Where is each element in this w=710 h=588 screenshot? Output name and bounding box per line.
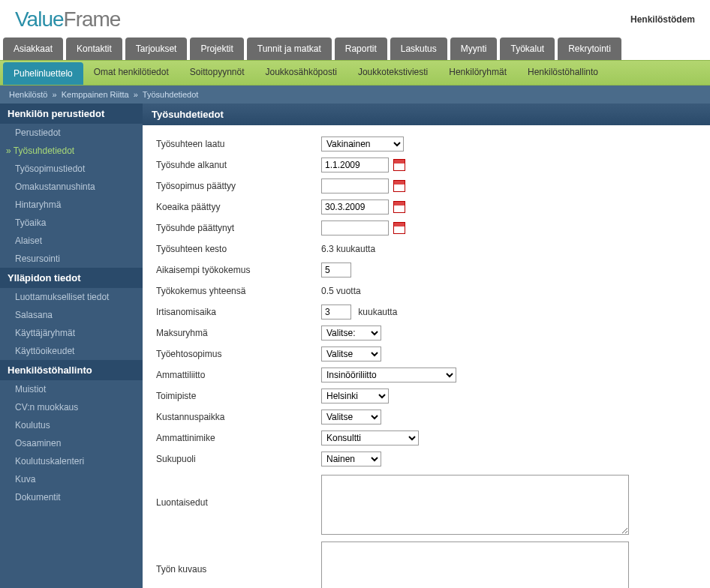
- sidebar-item-perustiedot[interactable]: Perustiedot: [0, 124, 143, 142]
- subnav-puhelinluettelo[interactable]: Puhelinluettelo: [3, 62, 83, 85]
- sidebar-item-tyosuhdetiedot[interactable]: Työsuhdetiedot: [0, 142, 143, 160]
- label-ammattiliitto: Ammattiliitto: [156, 370, 321, 380]
- label-tyoehtosopimus: Työehtosopimus: [156, 349, 321, 359]
- input-koeaika-paattyy[interactable]: [321, 200, 389, 214]
- textarea-luontaisedut[interactable]: [321, 475, 629, 535]
- label-tyosuhde-paattynyt: Työsuhde päättynyt: [156, 223, 321, 233]
- sidebar-section-yllapidon: Ylläpidon tiedot: [0, 268, 143, 288]
- sidebar-item-kuva[interactable]: Kuva: [0, 470, 143, 488]
- label-tyokokemus-yhteensa: Työkokemus yhteensä: [156, 286, 321, 296]
- sidebar-section-henkilosto: Henkilöstöhallinto: [0, 360, 143, 380]
- sidebar-item-resursointi[interactable]: Resursointi: [0, 250, 143, 268]
- select-toimipiste[interactable]: Helsinki: [321, 388, 389, 404]
- subnav-soittopyynnot[interactable]: Soittopyynnöt: [179, 61, 255, 85]
- subnav-joukkotekstiviesti[interactable]: Joukkotekstiviesti: [347, 61, 438, 85]
- label-tyosuhde-alkanut: Työsuhde alkanut: [156, 160, 321, 170]
- label-toimipiste: Toimipiste: [156, 391, 321, 401]
- header-right-text: Henkilöstödem: [630, 14, 695, 25]
- label-maksuryhma: Maksuryhmä: [156, 328, 321, 338]
- label-tyon-kuvaus: Työn kuvaus: [156, 542, 321, 574]
- subnav-henkiloryhmat[interactable]: Henkilöryhmät: [438, 61, 517, 85]
- calendar-icon[interactable]: [393, 159, 405, 171]
- sub-nav: Puhelinluettelo Omat henkilötiedot Soitt…: [0, 60, 710, 86]
- textarea-tyon-kuvaus[interactable]: [321, 542, 629, 588]
- sidebar-item-cvn-muokkaus[interactable]: CV:n muokkaus: [0, 398, 143, 416]
- nav-tunnit-ja-matkat[interactable]: Tunnit ja matkat: [247, 38, 332, 60]
- sidebar-item-muistiot[interactable]: Muistiot: [0, 380, 143, 398]
- label-sukupuoli: Sukupuoli: [156, 454, 321, 464]
- main-panel: Työsuhdetiedot Työsuhteen laatu Vakinain…: [143, 104, 710, 588]
- value-tyosuhteen-kesto: 6.3 kuukautta: [321, 244, 375, 254]
- sidebar-section-perustiedot: Henkilön perustiedot: [0, 104, 143, 124]
- sidebar-item-koulutuskalenteri[interactable]: Koulutuskalenteri: [0, 452, 143, 470]
- sidebar: Henkilön perustiedot Perustiedot Työsuhd…: [0, 104, 143, 588]
- select-ammattinimike[interactable]: Konsultti: [321, 430, 419, 446]
- subnav-omat-henkilotiedot[interactable]: Omat henkilötiedot: [83, 61, 179, 85]
- sidebar-item-alaiset[interactable]: Alaiset: [0, 232, 143, 250]
- select-maksuryhma[interactable]: Valitse:: [321, 326, 381, 340]
- breadcrumb-b[interactable]: Kemppainen Riitta: [62, 90, 129, 99]
- select-ammattiliitto[interactable]: Insinööriliitto: [321, 368, 456, 382]
- subnav-joukkosahkoposti[interactable]: Joukkosähköposti: [255, 61, 347, 85]
- breadcrumb-a[interactable]: Henkilöstö: [9, 90, 47, 99]
- logo: ValueFrame: [15, 8, 120, 32]
- sidebar-item-osaaminen[interactable]: Osaaminen: [0, 434, 143, 452]
- nav-myynti[interactable]: Myynti: [450, 38, 498, 60]
- label-tyosopimus-paattyy: Työsopimus päättyy: [156, 181, 321, 191]
- nav-kontaktit[interactable]: Kontaktit: [66, 38, 122, 60]
- input-aikaisempi-tyokokemus[interactable]: [321, 262, 351, 278]
- nav-tarjoukset[interactable]: Tarjoukset: [125, 38, 188, 60]
- label-irtisanomisaika: Irtisanomisaika: [156, 307, 321, 317]
- sidebar-item-kayttajaryhmat[interactable]: Käyttäjäryhmät: [0, 324, 143, 342]
- select-kustannuspaikka[interactable]: Valitse: [321, 410, 381, 424]
- nav-raportit[interactable]: Raportit: [335, 38, 387, 60]
- select-sukupuoli[interactable]: Nainen: [321, 452, 381, 466]
- sidebar-item-dokumentit[interactable]: Dokumentit: [0, 488, 143, 506]
- input-tyosuhde-paattynyt[interactable]: [321, 220, 389, 236]
- nav-laskutus[interactable]: Laskutus: [390, 38, 447, 60]
- select-tyoehtosopimus[interactable]: Valitse: [321, 346, 381, 362]
- sidebar-item-omakustannushinta[interactable]: Omakustannushinta: [0, 178, 143, 196]
- panel-title: Työsuhdetiedot: [143, 104, 710, 125]
- input-tyosuhde-alkanut[interactable]: [321, 158, 389, 172]
- sidebar-item-tyosopimustiedot[interactable]: Työsopimustiedot: [0, 160, 143, 178]
- header: ValueFrame Henkilöstödem: [0, 0, 710, 38]
- nav-asiakkaat[interactable]: Asiakkaat: [3, 38, 63, 60]
- sidebar-item-kayttooikeudet[interactable]: Käyttöoikeudet: [0, 342, 143, 360]
- suffix-kuukautta: kuukautta: [358, 307, 397, 317]
- sidebar-item-hintaryhma[interactable]: Hintaryhmä: [0, 196, 143, 214]
- calendar-icon[interactable]: [393, 180, 405, 192]
- calendar-icon[interactable]: [393, 201, 405, 213]
- input-irtisanomisaika[interactable]: [321, 304, 351, 320]
- value-tyokokemus-yhteensa: 0.5 vuotta: [321, 286, 361, 296]
- sidebar-item-koulutus[interactable]: Koulutus: [0, 416, 143, 434]
- subnav-henkilostohallinto[interactable]: Henkilöstöhallinto: [517, 61, 609, 85]
- calendar-icon[interactable]: [393, 222, 405, 234]
- label-aikaisempi-tyokokemus: Aikaisempi työkokemus: [156, 265, 321, 275]
- breadcrumb: Henkilöstö » Kemppainen Riitta » Työsuhd…: [0, 86, 710, 104]
- main-nav: Asiakkaat Kontaktit Tarjoukset Projektit…: [0, 38, 710, 60]
- label-tyosuhteen-kesto: Työsuhteen kesto: [156, 244, 321, 254]
- input-tyosopimus-paattyy[interactable]: [321, 178, 389, 194]
- label-tyosuhteen-laatu: Työsuhteen laatu: [156, 139, 321, 149]
- label-luontaisedut: Luontaisedut: [156, 475, 321, 508]
- sidebar-item-luottamukselliset[interactable]: Luottamukselliset tiedot: [0, 288, 143, 306]
- breadcrumb-c: Työsuhdetiedot: [143, 90, 199, 99]
- select-tyosuhteen-laatu[interactable]: Vakinainen: [321, 136, 404, 152]
- nav-rekrytointi[interactable]: Rekrytointi: [558, 38, 621, 60]
- nav-tyokalut[interactable]: Työkalut: [500, 38, 555, 60]
- nav-projektit[interactable]: Projektit: [190, 38, 243, 60]
- sidebar-item-tyoaika[interactable]: Työaika: [0, 214, 143, 232]
- sidebar-item-salasana[interactable]: Salasana: [0, 306, 143, 324]
- label-kustannuspaikka: Kustannuspaikka: [156, 412, 321, 422]
- label-ammattinimike: Ammattinimike: [156, 433, 321, 443]
- label-koeaika-paattyy: Koeaika päättyy: [156, 202, 321, 212]
